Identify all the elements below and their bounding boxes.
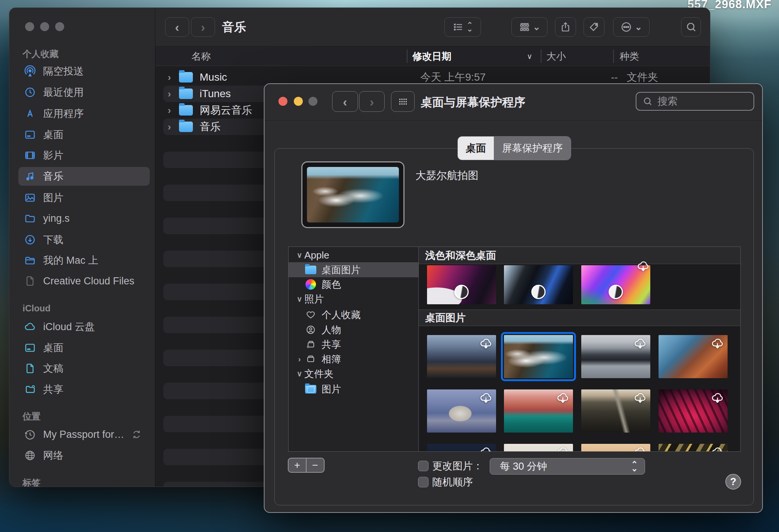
- list-view-button[interactable]: ⌃⌄: [444, 17, 481, 37]
- clock-icon: [23, 86, 37, 99]
- sidebar-item-airdrop[interactable]: 隔空投送: [18, 64, 150, 79]
- column-header-name[interactable]: 名称: [191, 47, 211, 66]
- more-ellipsis-icon: [620, 21, 632, 33]
- minimize-button[interactable]: [40, 22, 49, 31]
- document-icon: [23, 362, 37, 375]
- zoom-button[interactable]: [55, 22, 64, 31]
- wallpaper-thumb-night-ocean[interactable]: [427, 444, 496, 452]
- chevron-down-icon[interactable]: ∨: [295, 369, 304, 378]
- sidebar-item-creative-cloud-files[interactable]: Creative Cloud Files: [18, 274, 150, 289]
- sidebar-item-network[interactable]: 网络: [18, 448, 150, 463]
- search-input[interactable]: [657, 95, 739, 108]
- source-group-folders[interactable]: ∨ 文件夹: [289, 366, 418, 381]
- chevron-right-icon[interactable]: ›: [295, 355, 304, 364]
- sidebar-item-shared[interactable]: 共享: [18, 382, 150, 397]
- zoom-button[interactable]: [308, 97, 317, 106]
- sidebar-item-pictures[interactable]: 图片: [18, 190, 150, 205]
- sidebar-item-on-my-mac[interactable]: 我的 Mac 上: [18, 253, 150, 268]
- back-chevron-icon: ‹: [343, 95, 347, 108]
- close-button[interactable]: [278, 97, 287, 106]
- column-header-date[interactable]: 修改日期: [412, 47, 451, 66]
- sidebar-item-applications[interactable]: 应用程序: [18, 106, 150, 121]
- more-button[interactable]: ⌄: [613, 17, 650, 37]
- cloud-download-icon: [479, 446, 493, 452]
- source-item-favorites[interactable]: 个人收藏: [289, 307, 418, 322]
- cloud-download-icon: [710, 446, 725, 452]
- forward-button[interactable]: ›: [359, 91, 385, 112]
- share-button[interactable]: [555, 17, 576, 37]
- source-item-pictures-folder[interactable]: 图片: [289, 382, 418, 397]
- wallpaper-thumb-red-agave[interactable]: [659, 389, 728, 433]
- desktop-screensaver-window: ‹ › 桌面与屏幕保护程序 桌面 屏幕保护程序 大瑟尔航拍图 ∨ Apple: [264, 83, 763, 513]
- wallpaper-thumb-monterey-colorful[interactable]: [581, 265, 650, 304]
- show-all-button[interactable]: [391, 91, 415, 112]
- folder-icon: [23, 254, 37, 267]
- search-button[interactable]: [681, 17, 701, 37]
- chevron-down-icon[interactable]: ∨: [295, 295, 304, 304]
- desktop: 557_2968.MXF 个人收藏 隔空投送 最近使用 应用程序 桌面: [0, 0, 779, 532]
- tab-desktop[interactable]: 桌面: [458, 137, 494, 160]
- heart-icon: [304, 309, 317, 320]
- wallpaper-thumb-cloudy-sky[interactable]: [504, 444, 573, 452]
- tab-screensaver[interactable]: 屏幕保护程序: [494, 137, 571, 160]
- person-circle-icon: [304, 324, 317, 335]
- sidebar-item-icloud-desktop[interactable]: 桌面: [18, 340, 150, 355]
- cloud-download-icon: [479, 392, 493, 407]
- source-group-apple[interactable]: ∨ Apple: [289, 248, 418, 263]
- source-item-shared[interactable]: 共享: [289, 337, 418, 352]
- column-header-kind[interactable]: 种类: [620, 47, 639, 66]
- source-item-albums[interactable]: › 相簿: [289, 352, 418, 367]
- sidebar-item-documents[interactable]: 文稿: [18, 361, 150, 376]
- wallpaper-thumb-pink-cliffs[interactable]: [504, 389, 573, 433]
- prefs-source-list: ∨ Apple 桌面图片 颜色 ∨ 照片 个人收藏 人物: [288, 246, 418, 452]
- help-button[interactable]: ?: [725, 474, 741, 490]
- wallpaper-thumb-rock-arch[interactable]: [427, 389, 496, 433]
- back-button[interactable]: ‹: [165, 17, 189, 37]
- minimize-button[interactable]: [294, 97, 303, 106]
- sidebar-item-ying-s[interactable]: ying.s: [18, 211, 150, 226]
- sidebar-item-downloads[interactable]: 下载: [18, 232, 150, 247]
- sidebar-item-movies[interactable]: 影片: [18, 148, 150, 163]
- auto-appearance-badge: [454, 285, 469, 299]
- sidebar-item-desktop[interactable]: 桌面: [18, 127, 150, 142]
- interval-value: 每 30 分钟: [500, 460, 631, 473]
- tag-button[interactable]: [583, 17, 605, 37]
- source-group-photos[interactable]: ∨ 照片: [289, 292, 418, 307]
- wallpaper-thumb-misty-mountains[interactable]: [427, 335, 496, 378]
- wallpaper-thumb-sea-stacks[interactable]: [581, 335, 650, 378]
- sidebar-item-my-passport[interactable]: My Passport for…: [18, 427, 150, 442]
- time-machine-icon: [23, 428, 37, 441]
- wallpaper-thumb-red-coast[interactable]: [659, 335, 728, 378]
- wallpaper-thumb-monterey-blue[interactable]: [504, 265, 573, 304]
- interval-dropdown[interactable]: 每 30 分钟 ⌃⌄: [490, 458, 645, 475]
- forward-button[interactable]: ›: [191, 17, 215, 37]
- remove-folder-button[interactable]: −: [307, 458, 324, 472]
- sidebar-item-music[interactable]: 音乐: [18, 167, 150, 186]
- globe-icon: [23, 449, 37, 462]
- section-icloud: iCloud: [23, 303, 51, 314]
- search-field[interactable]: [636, 92, 754, 111]
- chevron-down-icon[interactable]: ∨: [295, 251, 304, 260]
- sidebar-item-recents[interactable]: 最近使用: [18, 85, 150, 100]
- finder-toolbar: ‹ › 音乐 ⌃⌄ ⌄ ⌄: [155, 8, 710, 47]
- close-button[interactable]: [25, 22, 34, 31]
- source-item-colors[interactable]: 颜色: [289, 277, 418, 292]
- column-header-size[interactable]: 大小: [546, 47, 566, 66]
- wallpaper-thumb-sunset-rock[interactable]: [581, 444, 650, 452]
- source-item-people[interactable]: 人物: [289, 322, 418, 337]
- sidebar-item-icloud-drive[interactable]: iCloud 云盘: [18, 319, 150, 334]
- add-folder-button[interactable]: +: [289, 458, 307, 472]
- wallpaper-thumb-monterey-red[interactable]: [427, 265, 496, 304]
- back-button[interactable]: ‹: [332, 91, 358, 112]
- file-size: --: [611, 71, 618, 83]
- source-item-desktop-pictures[interactable]: 桌面图片: [289, 262, 418, 277]
- change-picture-checkbox[interactable]: [418, 461, 429, 471]
- wallpaper-thumb-golden-strata[interactable]: [659, 444, 728, 452]
- wallpaper-thumb-canyon-road[interactable]: [581, 389, 650, 433]
- wallpaper-thumb-big-sur-selected[interactable]: [504, 335, 573, 378]
- desktop-icon: [23, 128, 37, 141]
- random-order-checkbox[interactable]: [418, 477, 429, 487]
- group-view-button[interactable]: ⌄: [511, 17, 547, 37]
- photo-folder-icon: [304, 383, 317, 395]
- cloud-download-icon: [633, 392, 647, 407]
